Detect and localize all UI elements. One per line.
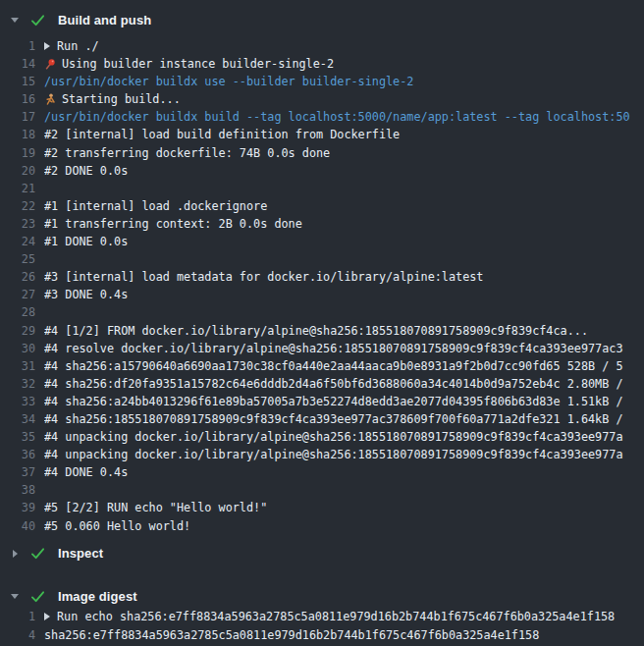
section-title: Inspect <box>58 546 103 561</box>
log-text: #3 DONE 0.4s <box>44 286 644 303</box>
line-number[interactable]: 17 <box>0 108 35 126</box>
chevron-right-icon[interactable] <box>8 550 22 558</box>
log-line: 18#2 [internal] load build definition fr… <box>0 126 644 143</box>
line-number[interactable]: 15 <box>0 73 35 90</box>
log-text: #4 resolve docker.io/library/alpine@sha2… <box>44 340 644 357</box>
log-line: 28 <box>0 303 644 321</box>
log-line: 16Starting build... <box>0 90 644 108</box>
line-number[interactable]: 1 <box>0 37 35 55</box>
line-number[interactable]: 37 <box>0 463 35 481</box>
log-text: #2 [internal] load build definition from… <box>44 126 644 143</box>
log-line: 19#2 transferring dockerfile: 74B 0.0s d… <box>0 144 644 162</box>
line-number[interactable]: 26 <box>0 268 35 286</box>
line-number[interactable]: 36 <box>0 446 35 463</box>
log-line: 26#3 [internal] load metadata for docker… <box>0 268 644 286</box>
expand-toggle-icon[interactable] <box>44 42 50 50</box>
log-text: #4 sha256:a15790640a6690aa1730c38cf0a440… <box>44 357 644 375</box>
log-line: 1Run echo sha256:e7ff8834a5963a2785c5a08… <box>0 608 644 627</box>
log-line: 40#5 0.060 Hello world! <box>0 517 644 535</box>
runner-emoji-icon <box>44 93 56 106</box>
line-number[interactable]: 4 <box>0 626 35 646</box>
line-number[interactable]: 20 <box>0 162 35 180</box>
line-number[interactable]: 24 <box>0 233 35 250</box>
log-text: Starting build... <box>44 90 644 108</box>
log-text: #4 unpacking docker.io/library/alpine@sh… <box>44 446 644 463</box>
line-number[interactable]: 28 <box>0 303 35 321</box>
line-number[interactable]: 31 <box>0 357 35 375</box>
line-number[interactable]: 27 <box>0 286 35 303</box>
log-text: #4 sha256:a24bb4013296f61e89ba57005a7b3e… <box>44 393 644 410</box>
log-text: /usr/bin/docker buildx use --builder bui… <box>44 73 644 90</box>
log-line: 22#1 [internal] load .dockerignore <box>0 197 644 215</box>
section-header-inspect[interactable]: Inspect <box>0 544 644 564</box>
log-text: #4 sha256:df20fa9351a15782c64e6dddb2d4a6… <box>44 375 644 393</box>
log-line: 24#1 DONE 0.0s <box>0 233 644 250</box>
log-text: #2 transferring dockerfile: 74B 0.0s don… <box>44 144 644 162</box>
log-line: 39#5 [2/2] RUN echo "Hello world!" <box>0 499 644 516</box>
line-number[interactable]: 32 <box>0 375 35 393</box>
chevron-down-icon[interactable] <box>8 594 22 599</box>
log-text: #4 [1/2] FROM docker.io/library/alpine@s… <box>44 322 644 340</box>
log-line: 38 <box>0 481 644 499</box>
line-number[interactable]: 1 <box>0 608 35 627</box>
line-number[interactable]: 33 <box>0 393 35 410</box>
line-number[interactable]: 38 <box>0 481 35 499</box>
pushpin-emoji-icon <box>44 58 56 71</box>
log-text: #1 [internal] load .dockerignore <box>44 197 644 215</box>
log-line: 34#4 sha256:185518070891758909c9f839cf4c… <box>0 410 644 428</box>
log-text: Run echo sha256:e7ff8834a5963a2785c5a081… <box>44 608 644 627</box>
log-text: sha256:e7ff8834a5963a2785c5a0811e979d16b… <box>44 626 644 646</box>
log-text: #4 sha256:185518070891758909c9f839cf4ca3… <box>44 410 644 428</box>
log-line: 31#4 sha256:a15790640a6690aa1730c38cf0a4… <box>0 357 644 375</box>
log-line: 29#4 [1/2] FROM docker.io/library/alpine… <box>0 322 644 340</box>
section-header-image-digest[interactable]: Image digest <box>0 587 644 607</box>
check-success-icon <box>30 547 45 560</box>
check-success-icon <box>30 590 45 603</box>
chevron-down-icon[interactable] <box>8 18 22 23</box>
actions-log-viewer: Build and push 1Run ./14Using builder in… <box>0 0 644 646</box>
log-line: 1Run ./ <box>0 37 644 55</box>
line-number[interactable]: 39 <box>0 499 35 516</box>
log-line: 37#4 DONE 0.4s <box>0 463 644 481</box>
section-title: Build and push <box>58 13 151 27</box>
log-text: #2 DONE 0.0s <box>44 162 644 180</box>
log-line: 25 <box>0 250 644 268</box>
log-text: Run ./ <box>44 37 644 55</box>
log-line: 35#4 unpacking docker.io/library/alpine@… <box>0 428 644 446</box>
line-number[interactable]: 19 <box>0 144 35 162</box>
line-number[interactable]: 21 <box>0 180 35 197</box>
log-text: #1 DONE 0.0s <box>44 233 644 250</box>
log-line: 14Using builder instance builder-single-… <box>0 55 644 73</box>
log-text: #3 [internal] load metadata for docker.i… <box>44 268 644 286</box>
log-line: 33#4 sha256:a24bb4013296f61e89ba57005a7b… <box>0 393 644 410</box>
line-number[interactable]: 35 <box>0 428 35 446</box>
check-success-icon <box>30 14 45 27</box>
log-line: 30#4 resolve docker.io/library/alpine@sh… <box>0 340 644 357</box>
log-line: 15/usr/bin/docker buildx use --builder b… <box>0 73 644 90</box>
log-text: /usr/bin/docker buildx build --tag local… <box>44 108 644 126</box>
line-number[interactable]: 14 <box>0 55 35 73</box>
line-number[interactable]: 23 <box>0 215 35 233</box>
line-number[interactable]: 40 <box>0 517 35 535</box>
line-number[interactable]: 22 <box>0 197 35 215</box>
line-number[interactable]: 29 <box>0 322 35 340</box>
log-text: #4 unpacking docker.io/library/alpine@sh… <box>44 428 644 446</box>
log-text: Using builder instance builder-single-2 <box>44 55 644 73</box>
line-number[interactable]: 34 <box>0 410 35 428</box>
log-line: 23#1 transferring context: 2B 0.0s done <box>0 215 644 233</box>
log-text: #4 DONE 0.4s <box>44 463 644 481</box>
log-line: 27#3 DONE 0.4s <box>0 286 644 303</box>
line-number[interactable]: 16 <box>0 90 35 108</box>
section-title: Image digest <box>58 589 137 604</box>
line-number[interactable]: 30 <box>0 340 35 357</box>
line-number[interactable]: 18 <box>0 126 35 143</box>
log-line: 4sha256:e7ff8834a5963a2785c5a0811e979d16… <box>0 626 644 646</box>
log-text: #1 transferring context: 2B 0.0s done <box>44 215 644 233</box>
expand-toggle-icon[interactable] <box>44 613 50 620</box>
log-lines-build-and-push: 1Run ./14Using builder instance builder-… <box>0 37 644 535</box>
log-line: 36#4 unpacking docker.io/library/alpine@… <box>0 446 644 463</box>
section-header-build-and-push[interactable]: Build and push <box>0 0 644 29</box>
log-lines-image-digest: 1Run echo sha256:e7ff8834a5963a2785c5a08… <box>0 608 644 646</box>
log-line: 21 <box>0 180 644 197</box>
line-number[interactable]: 25 <box>0 250 35 268</box>
